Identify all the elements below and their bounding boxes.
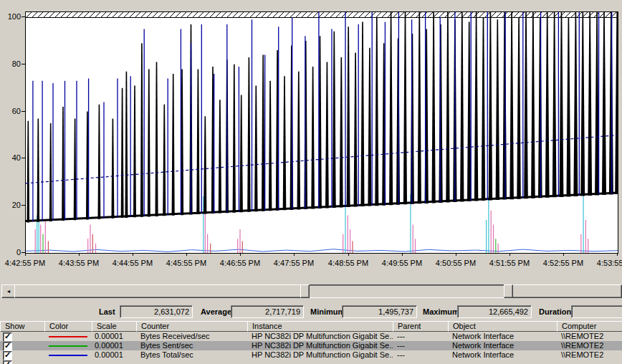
x-tick-mark bbox=[25, 253, 26, 256]
x-tick-label: 4:46:55 PM bbox=[216, 259, 264, 267]
x-tick-mark bbox=[509, 253, 510, 256]
instance-cell: HP NC382i DP Multifunction Gigabit Se... bbox=[247, 332, 393, 341]
range-handle-right[interactable] bbox=[504, 284, 513, 298]
x-tick-label: 4:42:55 PM bbox=[1, 259, 49, 267]
check-icon: ✓ bbox=[4, 350, 11, 359]
y-tick-label: 100 bbox=[1, 12, 21, 21]
time-scrollbar[interactable]: ◄ bbox=[1, 284, 621, 299]
performance-monitor-window: 100806040200 4:42:55 PM4:43:55 PM4:44:55… bbox=[0, 0, 622, 364]
counter-cell: Bytes Sent/sec bbox=[136, 341, 247, 350]
y-tick-label: 20 bbox=[1, 201, 21, 209]
duration-value bbox=[571, 305, 622, 318]
y-tick-label: 0 bbox=[1, 248, 21, 257]
x-tick-label: 4:48:55 PM bbox=[325, 259, 372, 267]
x-tick-mark bbox=[133, 253, 133, 256]
last-value: 2,631,072 bbox=[120, 305, 193, 318]
baseline-series bbox=[26, 249, 618, 252]
clip-hatch-band bbox=[26, 12, 618, 17]
counter-cell: Bytes Received/sec bbox=[136, 332, 247, 341]
counter-row[interactable]: ✓ bbox=[0, 360, 622, 364]
column-header-show[interactable]: Show bbox=[0, 321, 45, 332]
x-tick-label: 4:53:55 PM bbox=[593, 259, 622, 267]
column-header-object[interactable]: Object bbox=[448, 321, 558, 332]
parent-cell: --- bbox=[393, 350, 448, 360]
y-tick-label: 60 bbox=[1, 107, 21, 115]
computer-cell: \\REMOTE2 bbox=[557, 332, 622, 341]
x-tick-mark bbox=[617, 253, 618, 256]
color-swatch bbox=[49, 355, 87, 356]
counter-row[interactable]: ✓0.00001Bytes Received/secHP NC382i DP M… bbox=[0, 332, 622, 341]
computer-cell: \\REMOTE2 bbox=[557, 350, 622, 360]
scrollbar-selected-range[interactable] bbox=[309, 284, 504, 298]
object-cell: Network Interface bbox=[448, 350, 557, 360]
envelope-line bbox=[26, 193, 618, 221]
scale-cell: 0.00001 bbox=[92, 350, 135, 360]
object-cell: Network Interface bbox=[448, 341, 557, 350]
average-label: Average bbox=[201, 307, 231, 316]
counter-row[interactable]: ✓0.00001Bytes Sent/secHP NC382i DP Multi… bbox=[0, 341, 622, 350]
trend-line bbox=[26, 135, 618, 183]
x-tick-mark bbox=[186, 253, 187, 256]
counter-table-header: ShowColorScaleCounterInstanceParentObjec… bbox=[0, 321, 622, 332]
range-handle-left[interactable] bbox=[300, 284, 310, 298]
counter-cell: Bytes Total/sec bbox=[136, 350, 247, 360]
color-swatch bbox=[49, 336, 87, 337]
chart-canvas bbox=[26, 12, 618, 253]
maximum-value: 12,665,492 bbox=[457, 305, 532, 318]
x-tick-label: 4:44:55 PM bbox=[109, 259, 156, 267]
column-header-counter[interactable]: Counter bbox=[136, 321, 248, 332]
instance-cell: HP NC382i DP Multifunction Gigabit Se... bbox=[247, 350, 393, 360]
x-tick-label: 4:52:55 PM bbox=[540, 259, 587, 267]
x-tick-mark bbox=[456, 253, 456, 256]
column-header-parent[interactable]: Parent bbox=[393, 321, 449, 332]
y-tick-label: 40 bbox=[1, 153, 21, 162]
maximum-label: Maximum bbox=[423, 307, 459, 316]
parent-cell: --- bbox=[393, 332, 448, 341]
x-tick-mark bbox=[240, 253, 241, 256]
column-header-instance[interactable]: Instance bbox=[247, 321, 393, 332]
column-header-color[interactable]: Color bbox=[44, 321, 92, 332]
y-tick-label: 80 bbox=[1, 59, 21, 68]
scale-cell: 0.00001 bbox=[92, 341, 135, 350]
duration-label: Duration bbox=[539, 307, 571, 316]
check-icon: ✓ bbox=[4, 360, 11, 364]
show-checkbox[interactable]: ✓ bbox=[3, 360, 12, 364]
x-tick-mark bbox=[348, 253, 349, 256]
scale-cell: 0.00001 bbox=[92, 332, 135, 341]
computer-cell: \\REMOTE2 bbox=[557, 341, 622, 350]
column-header-scale[interactable]: Scale bbox=[92, 321, 137, 332]
color-swatch bbox=[49, 345, 87, 347]
counter-table: ShowColorScaleCounterInstanceParentObjec… bbox=[0, 321, 622, 364]
x-tick-mark bbox=[402, 253, 403, 256]
x-tick-mark bbox=[563, 253, 564, 256]
chart-plot bbox=[25, 11, 618, 254]
last-label: Last bbox=[99, 307, 115, 316]
average-value: 2,717,719 bbox=[231, 305, 304, 318]
object-cell: Network Interface bbox=[448, 332, 557, 341]
x-tick-label: 4:49:55 PM bbox=[378, 259, 426, 267]
instance-cell: HP NC382i DP Multifunction Gigabit Se... bbox=[247, 341, 393, 350]
minimum-value: 1,495,737 bbox=[342, 305, 417, 318]
minimum-label: Minimum bbox=[310, 307, 345, 316]
counter-row[interactable]: ✓0.00001Bytes Total/secHP NC382i DP Mult… bbox=[0, 350, 622, 360]
check-icon: ✓ bbox=[4, 332, 11, 340]
x-tick-label: 4:47:55 PM bbox=[270, 259, 317, 267]
parent-cell: --- bbox=[393, 341, 448, 350]
column-header-computer[interactable]: Computer bbox=[557, 321, 622, 332]
x-tick-mark bbox=[294, 253, 295, 256]
scroll-left-button[interactable]: ◄ bbox=[1, 284, 16, 298]
x-tick-label: 4:43:55 PM bbox=[55, 259, 102, 267]
x-tick-mark bbox=[79, 253, 80, 256]
x-tick-label: 4:45:55 PM bbox=[163, 259, 210, 267]
x-tick-label: 4:50:55 PM bbox=[432, 259, 479, 267]
check-icon: ✓ bbox=[4, 341, 11, 350]
x-tick-label: 4:51:55 PM bbox=[486, 259, 533, 267]
